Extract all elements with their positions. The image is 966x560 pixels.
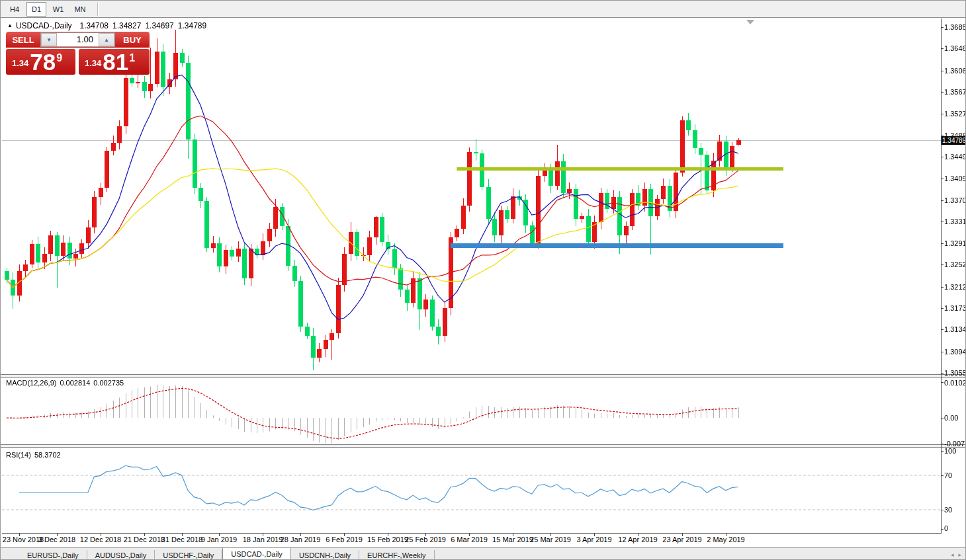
price-axis-tick — [941, 308, 944, 309]
symbol-marker-icon: ▲ — [7, 22, 13, 28]
pane-splitter[interactable] — [1, 374, 966, 378]
indicator-axis-tick — [941, 451, 944, 452]
price-axis-tick — [941, 352, 944, 352]
chevron-up-icon: ▲ — [104, 37, 109, 43]
timeframe-button-h4[interactable]: H4 — [5, 2, 24, 17]
time-axis-label: 23 Nov 2018 — [3, 536, 44, 543]
volume-decrease-button[interactable]: ▼ — [41, 33, 57, 46]
buy-price-pip: 1 — [129, 52, 135, 64]
chart-tab-audusd[interactable]: AUDUSD-,Daily — [87, 550, 155, 560]
time-axis-label: 28 Jan 2019 — [281, 536, 321, 543]
indicator-axis-tick — [941, 382, 944, 383]
rsi-indicator-canvas[interactable] — [2, 448, 941, 532]
tab-scroll-right-icon[interactable]: ▸ — [958, 551, 961, 558]
timeframe-toolbar: H4D1W1MN — [1, 1, 966, 18]
mt4-window: H4D1W1MN ▲USDCAD-,Daily1.347081.348271.3… — [0, 0, 966, 560]
price-axis-label: 1.36460 — [944, 44, 966, 52]
price-axis-label: 1.36060 — [944, 67, 966, 75]
price-axis-tick — [941, 221, 944, 222]
chart-tab-usdchf[interactable]: USDCHF-,Daily — [155, 550, 222, 560]
time-axis-label: 3 Dec 2018 — [38, 536, 75, 543]
price-axis-tick — [941, 114, 944, 114]
buy-price-big: 81 — [103, 49, 128, 75]
trade-panel-top-row: SELL ▼ 1.00 ▲ BUY — [6, 32, 150, 48]
ohlc-close: 1.34789 — [178, 21, 206, 30]
price-axis-tick — [941, 264, 944, 265]
tab-scroll-left-icon[interactable]: ◂ — [951, 551, 954, 558]
time-axis-label: 6 Feb 2019 — [326, 536, 363, 543]
chart-tab-eurchf[interactable]: EURCHF-,Weekly — [359, 550, 434, 560]
chart-tab-bar: EURUSD-,DailyAUDUSD-,DailyUSDCHF-,DailyU… — [1, 547, 966, 560]
chart-shift-marker-icon[interactable] — [746, 20, 754, 24]
ohlc-open: 1.34708 — [80, 21, 109, 30]
sell-button[interactable]: SELL — [6, 35, 40, 45]
rsi-name: RSI(14) — [6, 451, 31, 459]
macd-value-signal: 0.002735 — [93, 379, 124, 387]
volume-increase-button[interactable]: ▲ — [99, 33, 114, 46]
time-axis-label: 25 Feb 2019 — [405, 536, 446, 543]
price-axis-label: 1.30550 — [944, 369, 966, 377]
pane-splitter[interactable] — [1, 444, 966, 448]
indicator-axis-label: 30 — [944, 506, 952, 514]
time-axis-label: 15 Mar 2019 — [492, 536, 533, 543]
time-axis-label: 15 Feb 2019 — [367, 536, 408, 543]
price-axis-tick — [941, 27, 944, 28]
sell-price-small: 1.34 — [12, 58, 28, 68]
buy-price-small: 1.34 — [85, 58, 101, 68]
price-axis-tick — [941, 373, 944, 374]
chart-tab-usdcnh[interactable]: USDCNH-,Daily — [291, 550, 359, 560]
price-axis-tick — [941, 287, 944, 288]
chart-tab-usdcad[interactable]: USDCAD-,Daily — [222, 547, 291, 560]
indicator-axis-tick — [941, 475, 944, 476]
timeframe-button-mn[interactable]: MN — [70, 2, 90, 17]
price-axis-label: 1.35670 — [944, 88, 966, 96]
time-axis-label: 3 Apr 2019 — [576, 536, 611, 543]
price-axis-label: 1.31340 — [944, 325, 966, 333]
indicator-axis-label: 0.010229 — [944, 379, 966, 387]
indicator-axis-tick — [941, 444, 944, 444]
indicator-axis-label: 100 — [944, 447, 956, 455]
price-axis-tick — [941, 329, 944, 330]
chart-tab-eurusd[interactable]: EURUSD-,Daily — [19, 550, 87, 560]
price-axis-tick — [941, 92, 944, 93]
one-click-trading-panel: SELL ▼ 1.00 ▲ BUY 1.34789 1.34811 — [6, 32, 150, 75]
price-axis-line — [941, 19, 942, 534]
volume-spinner[interactable]: ▼ 1.00 ▲ — [40, 32, 115, 47]
price-axis-label: 1.33310 — [944, 218, 966, 225]
time-axis-label: 31 Dec 2018 — [161, 536, 202, 543]
time-axis-label: 12 Apr 2019 — [618, 536, 657, 543]
rsi-value: 58.3702 — [34, 451, 61, 459]
rsi-label: RSI(14)58.3702 — [6, 451, 64, 459]
time-axis-label: 21 Dec 2018 — [124, 536, 165, 543]
price-axis-label: 1.31730 — [944, 304, 966, 312]
sell-price-display[interactable]: 1.34789 — [6, 49, 75, 75]
indicator-axis-label: 70 — [944, 471, 952, 479]
price-axis-tick — [941, 157, 944, 157]
volume-input[interactable]: 1.00 — [57, 33, 99, 46]
price-axis-label: 1.34490 — [944, 153, 966, 161]
timeframe-button-d1[interactable]: D1 — [26, 2, 46, 17]
price-axis-label: 1.32520 — [944, 260, 966, 268]
price-axis-label: 1.32910 — [944, 239, 966, 247]
macd-indicator-canvas[interactable] — [2, 378, 941, 444]
ohlc-low: 1.34697 — [145, 21, 173, 30]
buy-price-display[interactable]: 1.34811 — [79, 49, 150, 75]
timeframe-button-w1[interactable]: W1 — [48, 2, 68, 17]
ohlc-high: 1.34827 — [112, 21, 141, 30]
time-axis-label: 18 Jan 2019 — [243, 536, 283, 543]
price-axis-tick — [941, 243, 944, 244]
chevron-down-icon: ▼ — [46, 37, 52, 43]
macd-label: MACD(12,26,9)0.0028140.002735 — [6, 379, 127, 387]
current-price-tag: 1.34789 — [942, 136, 966, 145]
indicator-axis-tick — [941, 418, 944, 419]
price-axis-tick — [941, 48, 944, 49]
tab-scroll-arrows: ◂▸ — [946, 551, 961, 558]
time-axis-line — [2, 533, 941, 534]
price-axis-tick — [941, 71, 944, 71]
time-axis-label: 2 May 2019 — [707, 536, 744, 543]
time-axis-label: 12 Dec 2018 — [80, 536, 121, 543]
price-axis-label: 1.32120 — [944, 283, 966, 291]
sell-price-big: 78 — [30, 49, 56, 75]
buy-button[interactable]: BUY — [115, 35, 150, 45]
price-axis-tick — [941, 179, 944, 179]
